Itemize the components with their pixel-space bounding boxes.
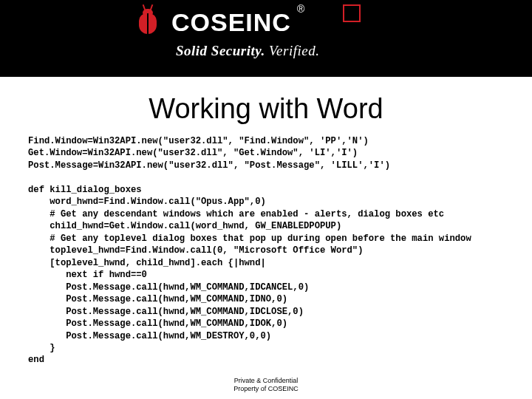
tagline-bold: Solid Security. xyxy=(176,43,265,58)
footer-line-2: Property of COSEINC xyxy=(0,385,532,393)
slide-title: Working with Word xyxy=(0,93,532,125)
slide-header: COSEINC ® Solid Security. Verified. xyxy=(0,0,532,77)
tagline-light: Verified. xyxy=(269,43,319,58)
bug-icon xyxy=(132,6,164,38)
footer-line-1: Private & Confidential xyxy=(0,377,532,385)
logo-box-icon xyxy=(343,4,361,22)
tagline: Solid Security. Verified. xyxy=(176,43,319,59)
code-block: Find.Window=Win32API.new("user32.dll", "… xyxy=(28,135,532,366)
brand-logo: COSEINC ® xyxy=(132,6,301,38)
slide-footer: Private & Confidential Property of COSEI… xyxy=(0,377,532,393)
brand-name: COSEINC xyxy=(171,8,291,37)
registered-mark: ® xyxy=(297,3,304,15)
